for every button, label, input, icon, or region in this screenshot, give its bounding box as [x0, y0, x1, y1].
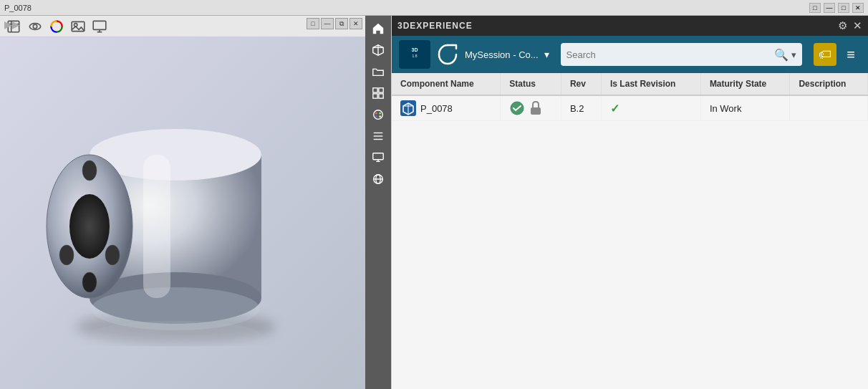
- table-header-row: Component Name Status Rev Is Last Revisi…: [392, 73, 868, 95]
- sidebar-item-cube[interactable]: [367, 40, 389, 60]
- cad-viewport: □ — ⧉ ✕: [0, 16, 365, 389]
- side-iconbar: [365, 16, 391, 389]
- cad-restore-btn[interactable]: □: [307, 18, 319, 29]
- close-btn[interactable]: ✕: [852, 3, 864, 13]
- color-toolbar-icon[interactable]: [49, 19, 64, 34]
- svg-rect-51: [531, 107, 541, 115]
- part-svg: [32, 62, 333, 355]
- cad-3d-part: [32, 62, 333, 357]
- search-bar[interactable]: 🔍 ▾: [561, 43, 802, 66]
- dx-logo: 3D 1.8: [399, 40, 430, 69]
- dx-topbar-icons: ⚙ ✕: [838, 19, 862, 32]
- sidebar-item-folder[interactable]: [367, 62, 389, 82]
- svg-point-30: [374, 110, 383, 120]
- svg-rect-28: [373, 94, 377, 98]
- svg-point-31: [375, 112, 377, 115]
- svg-rect-29: [379, 94, 383, 98]
- svg-text:1.8: 1.8: [413, 54, 418, 58]
- ds-brand-logo: [436, 43, 459, 66]
- col-rev[interactable]: Rev: [561, 73, 601, 95]
- tag-icon-btn[interactable]: 🏷: [814, 43, 836, 66]
- component-name-text: P_0078: [420, 103, 453, 114]
- session-label: MySession - Co...: [465, 49, 539, 60]
- restore-btn[interactable]: □: [809, 3, 821, 13]
- dx-panel: ▶▶ 3DEXPERIENCE ⚙ ✕ 3D 1.8: [391, 16, 868, 389]
- cell-is-last-revision: ✓: [602, 95, 701, 121]
- monitor-toolbar-icon[interactable]: [92, 19, 107, 34]
- col-is-last-revision[interactable]: Is Last Revision: [602, 73, 701, 95]
- dx-header-right: 🏷 ≡: [814, 43, 861, 66]
- sidebar-item-list[interactable]: [367, 126, 389, 146]
- svg-point-33: [375, 115, 377, 117]
- title-bar-right: □ — □ ✕: [809, 3, 864, 13]
- component-icon: [400, 100, 416, 116]
- session-dropdown-btn[interactable]: ▾: [544, 49, 549, 60]
- cell-maturity-state: In Work: [700, 95, 790, 121]
- cad-file-title: P_0078: [4, 4, 32, 12]
- col-component-name[interactable]: Component Name: [392, 73, 501, 95]
- svg-rect-26: [373, 88, 377, 92]
- search-dropdown-icon[interactable]: ▾: [791, 49, 796, 60]
- sidebar-item-palette[interactable]: [367, 105, 389, 125]
- title-bar-left: P_0078: [4, 4, 32, 12]
- search-input[interactable]: [566, 49, 774, 60]
- svg-rect-38: [373, 153, 383, 160]
- svg-rect-15: [143, 155, 170, 298]
- svg-point-21: [82, 272, 97, 292]
- svg-point-4: [33, 24, 37, 29]
- sidebar-item-grid[interactable]: [367, 83, 389, 103]
- cell-component-name: P_0078: [392, 95, 501, 121]
- cad-window-controls: □ — ⧉ ✕: [307, 16, 365, 32]
- search-icons: 🔍 ▾: [774, 48, 796, 62]
- dx-logo-inner: 3D 1.8: [402, 42, 428, 67]
- image-toolbar-icon[interactable]: [70, 19, 86, 34]
- cad-minimize-btn[interactable]: —: [321, 18, 334, 29]
- minimize-btn[interactable]: —: [824, 3, 835, 13]
- main-container: □ — ⧉ ✕: [0, 16, 868, 389]
- svg-point-17: [69, 194, 110, 259]
- col-status[interactable]: Status: [501, 73, 561, 95]
- svg-point-20: [105, 245, 120, 265]
- lock-icon: [529, 101, 542, 115]
- eye-toolbar-icon[interactable]: [27, 19, 43, 34]
- close-topbar-icon[interactable]: ✕: [853, 19, 862, 32]
- dx-table-area: Component Name Status Rev Is Last Revisi…: [392, 73, 868, 389]
- last-revision-check: ✓: [610, 102, 619, 115]
- cad-title-bar: P_0078 □ — □ ✕: [0, 0, 868, 16]
- settings-icon[interactable]: ⚙: [838, 19, 847, 32]
- cad-close-btn[interactable]: ✕: [349, 18, 362, 29]
- status-cell: [509, 100, 552, 116]
- dx-topbar-title: 3DEXPERIENCE: [397, 21, 473, 31]
- cad-toolbar: □ — ⧉ ✕: [0, 16, 365, 37]
- svg-rect-8: [93, 21, 106, 29]
- col-maturity-state[interactable]: Maturity State: [700, 73, 790, 95]
- maximize-btn[interactable]: □: [838, 3, 849, 13]
- search-icon[interactable]: 🔍: [774, 48, 789, 62]
- sidebar-item-globe[interactable]: [367, 169, 389, 189]
- cell-status: [501, 95, 561, 121]
- cell-description: [790, 95, 868, 121]
- cell-rev: B.2: [561, 95, 601, 121]
- col-description[interactable]: Description: [790, 73, 868, 95]
- table-row: P_0078: [392, 95, 868, 121]
- status-check-icon: [509, 100, 525, 116]
- svg-point-34: [379, 115, 381, 117]
- component-cell: P_0078: [400, 100, 491, 116]
- sidebar-item-monitor[interactable]: [367, 148, 389, 168]
- svg-point-23: [91, 321, 260, 347]
- hamburger-menu-btn[interactable]: ≡: [841, 47, 861, 63]
- svg-point-19: [59, 245, 74, 265]
- sidebar-item-home[interactable]: [367, 19, 389, 39]
- svg-rect-27: [379, 88, 383, 92]
- dx-header: 3D 1.8 MySession - Co... ▾: [392, 36, 868, 73]
- component-table: Component Name Status Rev Is Last Revisi…: [392, 73, 868, 121]
- svg-text:3D: 3D: [412, 47, 418, 52]
- part-small-icon: [400, 100, 416, 116]
- svg-point-32: [379, 112, 381, 115]
- svg-point-18: [82, 160, 97, 181]
- cad-maximize-btn[interactable]: ⧉: [335, 18, 348, 29]
- dx-topbar: ▶▶ 3DEXPERIENCE ⚙ ✕: [392, 16, 868, 36]
- expand-arrow[interactable]: ▶▶: [0, 17, 24, 32]
